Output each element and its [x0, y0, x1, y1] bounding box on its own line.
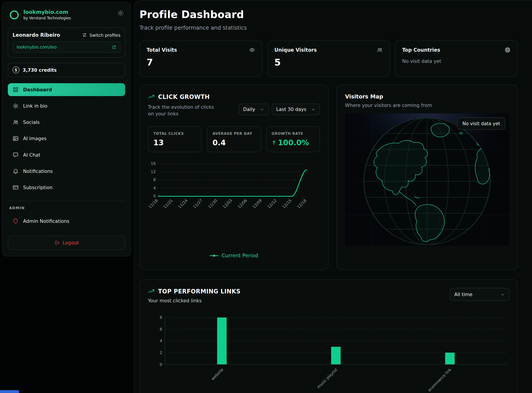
app-viewport: lookmybio.com by Verstand Technologies L… [0, 0, 532, 393]
theme-toggle-sun-icon[interactable] [117, 9, 124, 17]
profile-url-text: lookmybio.com/leo [17, 44, 57, 50]
brand: lookmybio.com by Verstand Technologies [8, 9, 125, 21]
metric-label: AVERAGE PER DAY [213, 131, 256, 135]
logo-icon [9, 9, 20, 21]
stat-value: 5 [275, 57, 383, 68]
sidebar-item-link-in-bio[interactable]: Link in bio [8, 100, 125, 113]
svg-text:0: 0 [153, 194, 156, 198]
svg-text:0: 0 [160, 362, 162, 367]
stat-empty-text: No visit data yet [402, 58, 511, 64]
growth-rate-value: 100.0% [278, 138, 309, 147]
top-links-subtitle: Your most clicked links [148, 298, 241, 303]
metric-label: TOTAL CLICKS [153, 131, 196, 135]
sidebar-item-label: AI Chat [23, 152, 40, 157]
credits-badge: $ 3,730 credits [8, 63, 125, 77]
sidebar-item-ai-images[interactable]: AI images [8, 132, 125, 145]
svg-text:website: website [210, 367, 224, 381]
sidebar-item-notifications[interactable]: Notifications [8, 165, 125, 177]
chat-bubble-icon [12, 152, 19, 158]
click-growth-card: CLICK GROWTH Track the evolution of clic… [139, 85, 328, 270]
metric-value: 13 [153, 138, 196, 147]
svg-text:6: 6 [160, 327, 162, 332]
sidebar: lookmybio.com by Verstand Technologies L… [2, 2, 131, 256]
svg-text:12: 12 [151, 169, 156, 174]
sidebar-item-label: Notifications [23, 168, 53, 174]
users-icon [377, 47, 383, 53]
svg-text:music playlist: music playlist [316, 367, 338, 389]
metric-total-clicks: TOTAL CLICKS 13 [148, 126, 202, 152]
sidebar-item-admin-notifications[interactable]: Admin Notifications [8, 215, 125, 227]
sidebar-item-socials[interactable]: Socials [8, 116, 125, 129]
profile-url-field[interactable]: lookmybio.com/leo [12, 41, 121, 53]
visitors-map-title: Visitors Map [345, 93, 509, 100]
stat-card-unique-visitors: Unique Visitors 5 [267, 40, 390, 77]
sidebar-divider [8, 201, 125, 201]
chart-legend: Current Period [148, 253, 320, 259]
shield-icon [12, 218, 19, 224]
page-subtitle: Track profile performance and statistics [139, 25, 517, 31]
svg-text:11/30: 11/30 [207, 198, 218, 209]
gear-icon [12, 103, 19, 109]
profile-card: Leonardo Ribeiro Switch profiles lookmyb… [8, 28, 125, 58]
frequency-select[interactable]: Daily [239, 103, 269, 115]
logout-icon [54, 240, 59, 246]
svg-text:12/18: 12/18 [296, 198, 307, 209]
sidebar-item-dashboard[interactable]: Dashboard [8, 83, 125, 96]
top-links-chart: 86420websitemusic playlistecommerce link [148, 315, 509, 393]
metric-average-per-day: AVERAGE PER DAY 0.4 [207, 126, 261, 152]
metric-label: GROWTH RATE [271, 131, 314, 135]
svg-text:8: 8 [160, 315, 162, 320]
stat-label: Total Visits [146, 47, 177, 53]
sidebar-item-label: Link in bio [23, 103, 47, 109]
metric-value: ↑ 100.0% [271, 138, 314, 147]
no-data-badge: No visit data yet [457, 118, 505, 130]
trending-up-icon [148, 93, 155, 100]
stat-label: Unique Visitors [275, 47, 317, 53]
svg-text:12/06: 12/06 [237, 198, 248, 209]
stat-label: Top Countries [402, 47, 440, 53]
svg-text:11/18: 11/18 [148, 198, 159, 209]
stat-value: 7 [146, 57, 255, 68]
dashboard-grid-icon [12, 87, 19, 93]
main-panel: Profile Dashboard Track profile performa… [134, 0, 532, 393]
credit-card-icon [12, 184, 19, 191]
top-links-title: TOP PERFORMING LINKS [158, 288, 240, 295]
dollar-icon: $ [12, 67, 19, 73]
range-select[interactable]: Last 30 days [272, 103, 320, 115]
globe-icon [504, 47, 510, 53]
svg-text:16: 16 [151, 161, 156, 166]
credits-label: 3,730 credits [23, 67, 57, 73]
switch-profiles-button[interactable]: Switch profiles [82, 32, 121, 38]
click-growth-subtitle: Track the evolution of clicks on your li… [148, 103, 221, 118]
chevron-down-icon [311, 107, 316, 112]
logout-button[interactable]: Logout [8, 236, 125, 250]
stats-row: Total Visits 7 Unique Visitors [139, 40, 517, 77]
brand-name: lookmybio.com [23, 9, 71, 16]
svg-text:12/03: 12/03 [222, 198, 233, 209]
external-link-icon[interactable] [111, 45, 116, 49]
legend-line-icon [210, 254, 219, 257]
top-links-card: TOP PERFORMING LINKS Your most clicked l… [139, 279, 517, 393]
sidebar-item-ai-chat[interactable]: AI Chat [8, 148, 125, 161]
svg-text:4: 4 [160, 339, 162, 343]
svg-text:ecommerce link: ecommerce link [427, 367, 453, 393]
admin-section-label: ADMIN [8, 206, 125, 210]
bottom-edge-artifact [0, 390, 19, 393]
sidebar-item-subscription[interactable]: Subscription [8, 181, 125, 194]
svg-text:12/09: 12/09 [252, 198, 263, 209]
stat-card-total-visits: Total Visits 7 [139, 40, 262, 77]
svg-text:11/21: 11/21 [163, 198, 174, 209]
chevron-down-icon [500, 292, 505, 297]
frequency-select-value: Daily [243, 107, 255, 112]
click-growth-metrics: TOTAL CLICKS 13 AVERAGE PER DAY 0.4 GROW… [148, 126, 320, 152]
switch-profiles-label: Switch profiles [89, 33, 121, 38]
sidebar-nav: Dashboard Link in bio [8, 83, 125, 194]
svg-text:4: 4 [153, 186, 156, 190]
sidebar-item-label: Subscription [23, 185, 53, 190]
bell-icon [12, 168, 19, 174]
visitors-map-card: Visitors Map Where your visitors are com… [337, 85, 518, 270]
click-growth-chart: 161284011/1811/2111/2411/2711/3012/0312/… [148, 160, 320, 214]
time-filter-select[interactable]: All time [450, 288, 509, 301]
svg-text:12/12: 12/12 [266, 198, 278, 209]
logout-label: Logout [63, 240, 79, 246]
